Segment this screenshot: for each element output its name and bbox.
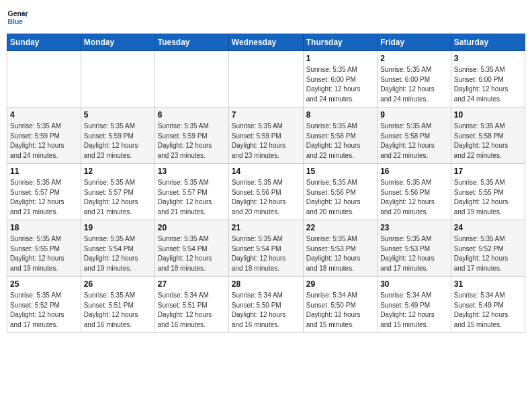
day-info: Sunrise: 5:34 AM Sunset: 5:50 PM Dayligh… (232, 291, 300, 330)
day-number: 14 (232, 167, 300, 176)
calendar-cell: 29Sunrise: 5:34 AM Sunset: 5:50 PM Dayli… (303, 277, 377, 333)
calendar-cell: 7Sunrise: 5:35 AM Sunset: 5:59 PM Daylig… (228, 107, 303, 164)
weekday-header-sunday: Sunday (7, 34, 81, 51)
calendar-cell: 8Sunrise: 5:35 AM Sunset: 5:58 PM Daylig… (303, 107, 377, 164)
day-info: Sunrise: 5:35 AM Sunset: 5:59 PM Dayligh… (10, 122, 78, 161)
day-info: Sunrise: 5:35 AM Sunset: 5:52 PM Dayligh… (454, 234, 522, 273)
calendar-cell: 16Sunrise: 5:35 AM Sunset: 5:56 PM Dayli… (378, 164, 451, 220)
day-number: 31 (454, 279, 522, 289)
day-info: Sunrise: 5:35 AM Sunset: 5:54 PM Dayligh… (232, 234, 300, 273)
day-info: Sunrise: 5:35 AM Sunset: 5:54 PM Dayligh… (158, 234, 226, 273)
day-number: 5 (84, 110, 152, 120)
day-info: Sunrise: 5:35 AM Sunset: 5:58 PM Dayligh… (454, 122, 522, 161)
day-number: 25 (10, 279, 78, 289)
day-info: Sunrise: 5:34 AM Sunset: 5:50 PM Dayligh… (306, 291, 374, 330)
day-number: 15 (306, 167, 374, 176)
day-info: Sunrise: 5:35 AM Sunset: 5:57 PM Dayligh… (84, 178, 152, 217)
day-info: Sunrise: 5:34 AM Sunset: 5:49 PM Dayligh… (380, 291, 448, 330)
day-number: 20 (158, 223, 226, 232)
day-info: Sunrise: 5:35 AM Sunset: 5:57 PM Dayligh… (10, 178, 78, 217)
day-info: Sunrise: 5:35 AM Sunset: 5:56 PM Dayligh… (306, 178, 374, 217)
calendar-cell: 17Sunrise: 5:35 AM Sunset: 5:55 PM Dayli… (451, 164, 525, 220)
calendar-cell: 22Sunrise: 5:35 AM Sunset: 5:53 PM Dayli… (303, 220, 377, 277)
calendar-cell: 5Sunrise: 5:35 AM Sunset: 5:59 PM Daylig… (81, 107, 154, 164)
day-info: Sunrise: 5:35 AM Sunset: 5:58 PM Dayligh… (380, 122, 448, 161)
day-number: 24 (454, 223, 522, 232)
calendar-cell: 3Sunrise: 5:35 AM Sunset: 6:00 PM Daylig… (451, 51, 525, 107)
day-info: Sunrise: 5:34 AM Sunset: 5:49 PM Dayligh… (454, 291, 522, 330)
calendar-cell: 12Sunrise: 5:35 AM Sunset: 5:57 PM Dayli… (81, 164, 154, 220)
day-number: 23 (380, 223, 448, 232)
day-number: 1 (306, 54, 374, 63)
calendar-table: SundayMondayTuesdayWednesdayThursdayFrid… (7, 34, 525, 333)
calendar-cell (7, 51, 81, 107)
calendar-cell: 20Sunrise: 5:35 AM Sunset: 5:54 PM Dayli… (154, 220, 228, 277)
day-number: 27 (158, 279, 226, 289)
day-info: Sunrise: 5:35 AM Sunset: 5:56 PM Dayligh… (232, 178, 300, 217)
weekday-header-thursday: Thursday (303, 34, 377, 51)
calendar-cell (228, 51, 303, 107)
calendar-cell: 14Sunrise: 5:35 AM Sunset: 5:56 PM Dayli… (228, 164, 303, 220)
svg-text:General: General (8, 10, 28, 17)
calendar-cell: 11Sunrise: 5:35 AM Sunset: 5:57 PM Dayli… (7, 164, 81, 220)
day-number: 9 (380, 110, 448, 120)
weekday-header-saturday: Saturday (451, 34, 525, 51)
day-number: 21 (232, 223, 300, 232)
day-info: Sunrise: 5:35 AM Sunset: 5:59 PM Dayligh… (232, 122, 300, 161)
weekday-header-tuesday: Tuesday (154, 34, 228, 51)
day-number: 13 (158, 167, 226, 176)
day-info: Sunrise: 5:35 AM Sunset: 6:00 PM Dayligh… (454, 65, 522, 104)
calendar-cell: 27Sunrise: 5:34 AM Sunset: 5:51 PM Dayli… (154, 277, 228, 333)
weekday-header-monday: Monday (81, 34, 154, 51)
calendar-cell: 24Sunrise: 5:35 AM Sunset: 5:52 PM Dayli… (451, 220, 525, 277)
calendar-cell: 28Sunrise: 5:34 AM Sunset: 5:50 PM Dayli… (228, 277, 303, 333)
calendar-cell: 6Sunrise: 5:35 AM Sunset: 5:59 PM Daylig… (154, 107, 228, 164)
day-info: Sunrise: 5:35 AM Sunset: 6:00 PM Dayligh… (380, 65, 448, 104)
calendar-cell: 19Sunrise: 5:35 AM Sunset: 5:54 PM Dayli… (81, 220, 154, 277)
calendar-cell: 4Sunrise: 5:35 AM Sunset: 5:59 PM Daylig… (7, 107, 81, 164)
calendar-cell (81, 51, 154, 107)
calendar-cell: 1Sunrise: 5:35 AM Sunset: 6:00 PM Daylig… (303, 51, 377, 107)
day-number: 22 (306, 223, 374, 232)
day-number: 16 (380, 167, 448, 176)
day-number: 12 (84, 167, 152, 176)
calendar-cell: 15Sunrise: 5:35 AM Sunset: 5:56 PM Dayli… (303, 164, 377, 220)
day-info: Sunrise: 5:35 AM Sunset: 5:59 PM Dayligh… (84, 122, 152, 161)
calendar-cell: 26Sunrise: 5:35 AM Sunset: 5:51 PM Dayli… (81, 277, 154, 333)
calendar-cell: 2Sunrise: 5:35 AM Sunset: 6:00 PM Daylig… (378, 51, 451, 107)
weekday-header-wednesday: Wednesday (228, 34, 303, 51)
day-number: 11 (10, 167, 78, 176)
day-info: Sunrise: 5:35 AM Sunset: 6:00 PM Dayligh… (306, 65, 374, 104)
day-info: Sunrise: 5:35 AM Sunset: 5:56 PM Dayligh… (380, 178, 448, 217)
calendar-cell: 25Sunrise: 5:35 AM Sunset: 5:52 PM Dayli… (7, 277, 81, 333)
day-number: 6 (158, 110, 226, 120)
day-info: Sunrise: 5:34 AM Sunset: 5:51 PM Dayligh… (158, 291, 226, 330)
day-info: Sunrise: 5:35 AM Sunset: 5:54 PM Dayligh… (84, 234, 152, 273)
calendar-cell: 30Sunrise: 5:34 AM Sunset: 5:49 PM Dayli… (378, 277, 451, 333)
calendar-cell: 18Sunrise: 5:35 AM Sunset: 5:55 PM Dayli… (7, 220, 81, 277)
day-number: 26 (84, 279, 152, 289)
day-number: 30 (380, 279, 448, 289)
logo-icon: General Blue (7, 7, 28, 28)
day-number: 19 (84, 223, 152, 232)
day-info: Sunrise: 5:35 AM Sunset: 5:51 PM Dayligh… (84, 291, 152, 330)
logo: General Blue (7, 7, 28, 28)
weekday-header-friday: Friday (378, 34, 451, 51)
calendar-cell: 13Sunrise: 5:35 AM Sunset: 5:57 PM Dayli… (154, 164, 228, 220)
calendar-cell (154, 51, 228, 107)
day-info: Sunrise: 5:35 AM Sunset: 5:58 PM Dayligh… (306, 122, 374, 161)
day-info: Sunrise: 5:35 AM Sunset: 5:55 PM Dayligh… (454, 178, 522, 217)
day-number: 18 (10, 223, 78, 232)
day-info: Sunrise: 5:35 AM Sunset: 5:53 PM Dayligh… (306, 234, 374, 273)
day-info: Sunrise: 5:35 AM Sunset: 5:52 PM Dayligh… (10, 291, 78, 330)
day-number: 10 (454, 110, 522, 120)
day-number: 4 (10, 110, 78, 120)
calendar-cell: 9Sunrise: 5:35 AM Sunset: 5:58 PM Daylig… (378, 107, 451, 164)
calendar-cell: 10Sunrise: 5:35 AM Sunset: 5:58 PM Dayli… (451, 107, 525, 164)
calendar-cell: 21Sunrise: 5:35 AM Sunset: 5:54 PM Dayli… (228, 220, 303, 277)
day-number: 8 (306, 110, 374, 120)
page-header: General Blue (7, 7, 525, 28)
svg-text:Blue: Blue (8, 18, 24, 26)
day-number: 17 (454, 167, 522, 176)
day-number: 29 (306, 279, 374, 289)
